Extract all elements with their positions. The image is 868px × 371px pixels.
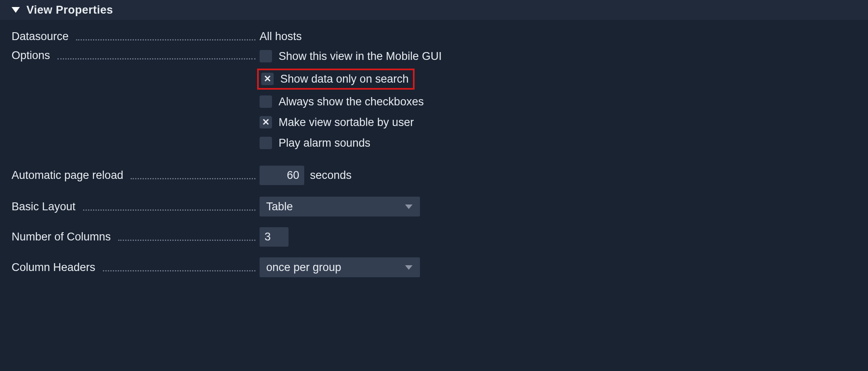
option-label-always-checks: Always show the checkboxes xyxy=(279,95,424,108)
value-basic-layout: Table xyxy=(258,197,856,216)
panel-body: Datasource All hosts Options Show this v… xyxy=(0,20,868,277)
dots-filler xyxy=(131,178,255,179)
label-col-datasource: Datasource xyxy=(12,30,258,43)
row-auto-reload: Automatic page reload seconds xyxy=(12,166,856,185)
chevron-down-icon xyxy=(405,205,413,209)
label-col-num-columns: Number of Columns xyxy=(12,231,258,243)
reload-unit: seconds xyxy=(310,169,352,182)
checkbox-sortable[interactable] xyxy=(260,116,272,128)
label-datasource: Datasource xyxy=(12,30,69,43)
checkbox-always-checks[interactable] xyxy=(260,95,272,108)
dots-filler xyxy=(103,270,255,271)
reload-seconds-input[interactable] xyxy=(260,166,304,185)
row-datasource: Datasource All hosts xyxy=(12,27,856,46)
option-label-mobile-gui: Show this view in the Mobile GUI xyxy=(279,50,442,63)
panel-title: View Properties xyxy=(26,4,113,17)
column-headers-selected: once per group xyxy=(266,261,341,274)
basic-layout-select[interactable]: Table xyxy=(260,197,420,216)
num-columns-input[interactable] xyxy=(260,227,289,247)
option-alarm-sounds: Play alarm sounds xyxy=(260,133,856,153)
checkbox-on-search[interactable] xyxy=(261,73,274,85)
row-column-headers: Column Headers once per group xyxy=(12,257,856,277)
value-auto-reload: seconds xyxy=(258,166,856,185)
dots-filler xyxy=(76,39,255,40)
row-options: Options Show this view in the Mobile GUI… xyxy=(12,46,856,153)
checkbox-alarm-sounds[interactable] xyxy=(260,137,272,149)
label-col-column-headers: Column Headers xyxy=(12,261,258,274)
row-basic-layout: Basic Layout Table xyxy=(12,197,856,216)
value-num-columns xyxy=(258,227,856,247)
option-label-on-search: Show data only on search xyxy=(280,73,409,86)
option-label-sortable: Make view sortable by user xyxy=(279,116,414,129)
option-mobile-gui: Show this view in the Mobile GUI xyxy=(260,46,856,67)
label-options: Options xyxy=(12,49,50,62)
column-headers-select[interactable]: once per group xyxy=(260,257,420,277)
label-column-headers: Column Headers xyxy=(12,261,95,274)
label-col-reload: Automatic page reload xyxy=(12,169,258,182)
dots-filler xyxy=(118,240,255,241)
options-list: Show this view in the Mobile GUI Show da… xyxy=(258,46,856,153)
dots-filler xyxy=(57,58,255,59)
option-label-alarm-sounds: Play alarm sounds xyxy=(279,137,370,150)
checkbox-mobile-gui[interactable] xyxy=(260,50,272,62)
view-properties-header[interactable]: View Properties xyxy=(0,0,868,20)
highlight-on-search: Show data only on search xyxy=(257,69,415,90)
option-always-checks: Always show the checkboxes xyxy=(260,91,856,112)
option-sortable: Make view sortable by user xyxy=(260,112,856,133)
label-col-layout: Basic Layout xyxy=(12,200,258,213)
dots-filler xyxy=(83,209,255,211)
label-auto-reload: Automatic page reload xyxy=(12,169,123,182)
label-num-columns: Number of Columns xyxy=(12,231,111,243)
value-datasource: All hosts xyxy=(258,30,856,43)
chevron-down-icon xyxy=(405,265,413,270)
value-column-headers: once per group xyxy=(258,257,856,277)
row-num-columns: Number of Columns xyxy=(12,227,856,247)
label-basic-layout: Basic Layout xyxy=(12,200,76,213)
basic-layout-selected: Table xyxy=(266,200,293,213)
label-col-options: Options xyxy=(12,46,258,62)
collapse-triangle-icon xyxy=(12,7,20,13)
option-on-search-row: Show data only on search xyxy=(260,67,856,91)
